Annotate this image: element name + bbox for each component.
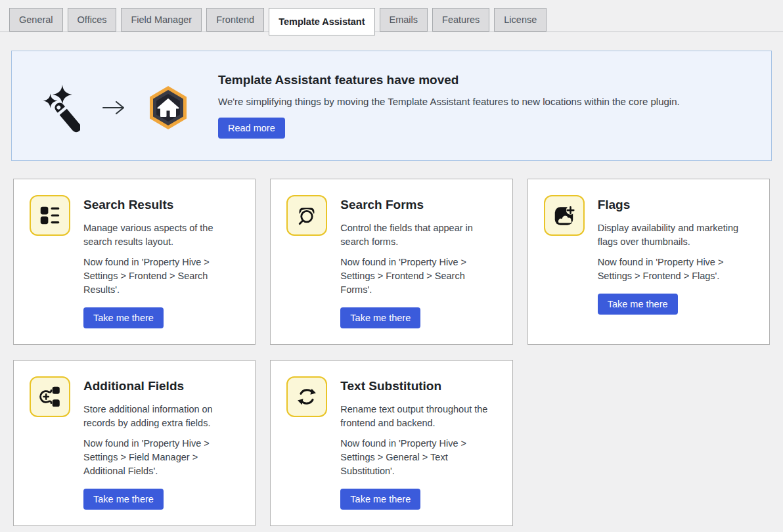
take-me-there-button[interactable]: Take me there xyxy=(83,489,164,510)
take-me-there-button[interactable]: Take me there xyxy=(598,294,678,315)
card-text-substitution: Text Substitution Rename text output thr… xyxy=(270,360,512,526)
card-location: Now found in 'Property Hive > Settings >… xyxy=(340,437,496,478)
add-fields-node-icon xyxy=(30,376,70,417)
feature-cards-grid: Search Results Manage various aspects of… xyxy=(13,179,770,526)
take-me-there-button[interactable]: Take me there xyxy=(340,307,420,328)
card-description: Rename text output throughout the fronte… xyxy=(340,403,496,430)
card-location: Now found in 'Property Hive > Settings >… xyxy=(598,255,753,283)
take-me-there-button[interactable]: Take me there xyxy=(340,489,420,510)
tab-frontend[interactable]: Frontend xyxy=(206,8,264,32)
property-hive-hexagon-home-icon xyxy=(147,85,189,131)
card-location: Now found in 'Property Hive > Settings >… xyxy=(83,255,239,297)
tab-template-assistant[interactable]: Template Assistant xyxy=(269,8,374,35)
notice-description: We're simplifying things by moving the T… xyxy=(218,96,750,107)
card-description: Display availability and marketing flags… xyxy=(598,221,753,249)
list-layout-icon xyxy=(30,195,70,236)
card-additional-fields: Additional Fields Store additional infor… xyxy=(13,360,256,526)
tab-features[interactable]: Features xyxy=(432,8,489,32)
tab-general[interactable]: General xyxy=(9,8,63,32)
search-form-icon xyxy=(286,195,327,236)
repeat-arrows-icon xyxy=(286,376,327,417)
card-location: Now found in 'Property Hive > Settings >… xyxy=(340,255,496,297)
moved-notice-illustration xyxy=(42,83,189,133)
card-location: Now found in 'Property Hive > Settings >… xyxy=(83,437,239,478)
take-me-there-button[interactable]: Take me there xyxy=(83,307,164,328)
card-description: Manage various aspects of the search res… xyxy=(83,221,239,249)
notice-title: Template Assistant features have moved xyxy=(218,73,750,87)
card-flags: Flags Display availability and marketing… xyxy=(527,179,770,345)
tab-offices[interactable]: Offices xyxy=(68,8,117,32)
moved-notice-banner: Template Assistant features have moved W… xyxy=(11,51,772,161)
card-title: Flags xyxy=(598,198,753,212)
card-title: Search Forms xyxy=(340,198,496,212)
tabbar-divider xyxy=(0,32,783,32)
read-more-button[interactable]: Read more xyxy=(218,118,285,139)
card-title: Additional Fields xyxy=(83,379,239,393)
magic-wand-icon xyxy=(42,83,80,133)
tab-field-manager[interactable]: Field Manager xyxy=(121,8,202,32)
image-add-icon xyxy=(544,195,585,236)
card-title: Text Substitution xyxy=(340,379,496,393)
card-description: Control the fields that appear in search… xyxy=(340,221,496,249)
card-search-results: Search Results Manage various aspects of… xyxy=(13,179,256,345)
settings-tabs: General Offices Field Manager Frontend T… xyxy=(0,0,783,35)
card-title: Search Results xyxy=(83,198,239,212)
tab-emails[interactable]: Emails xyxy=(380,8,428,32)
right-arrow-icon xyxy=(101,99,126,117)
tab-license[interactable]: License xyxy=(494,8,547,32)
card-search-forms: Search Forms Control the fields that app… xyxy=(270,179,512,345)
card-description: Store additional information on records … xyxy=(83,403,239,430)
